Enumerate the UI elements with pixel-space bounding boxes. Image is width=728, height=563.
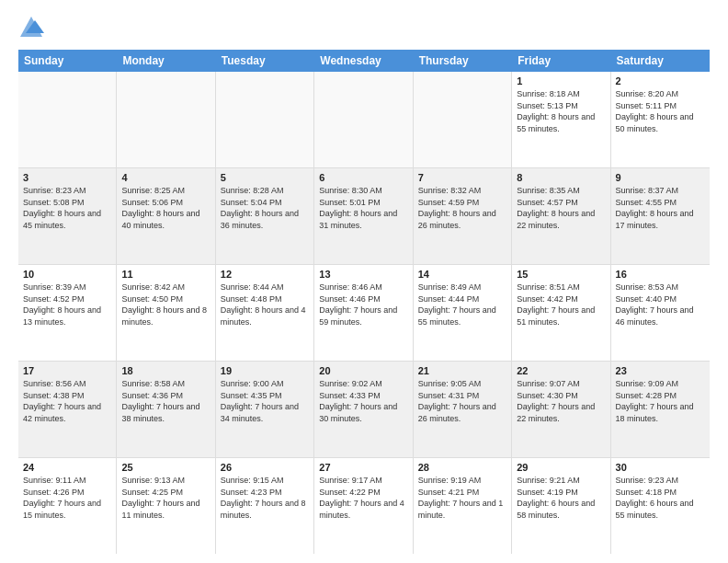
day-number: 12 bbox=[221, 269, 309, 280]
day-info: Sunrise: 8:32 AM Sunset: 4:59 PM Dayligh… bbox=[418, 185, 506, 231]
cal-week-4: 24Sunrise: 9:11 AM Sunset: 4:26 PM Dayli… bbox=[18, 458, 710, 554]
day-info: Sunrise: 9:11 AM Sunset: 4:26 PM Dayligh… bbox=[23, 475, 111, 521]
cal-header-sunday: Sunday bbox=[18, 50, 117, 72]
cal-cell-4-2: 26Sunrise: 9:15 AM Sunset: 4:23 PM Dayli… bbox=[216, 458, 314, 554]
cal-cell-1-6: 9Sunrise: 8:37 AM Sunset: 4:55 PM Daylig… bbox=[611, 168, 710, 264]
day-info: Sunrise: 8:28 AM Sunset: 5:04 PM Dayligh… bbox=[221, 185, 309, 231]
day-number: 21 bbox=[418, 365, 506, 376]
day-info: Sunrise: 8:42 AM Sunset: 4:50 PM Dayligh… bbox=[121, 282, 210, 327]
day-info: Sunrise: 9:13 AM Sunset: 4:25 PM Dayligh… bbox=[121, 475, 210, 521]
day-number: 4 bbox=[121, 172, 210, 183]
day-number: 30 bbox=[616, 462, 705, 473]
day-info: Sunrise: 8:37 AM Sunset: 4:55 PM Dayligh… bbox=[616, 185, 705, 231]
cal-cell-2-1: 11Sunrise: 8:42 AM Sunset: 4:50 PM Dayli… bbox=[117, 265, 215, 361]
cal-cell-2-6: 16Sunrise: 8:53 AM Sunset: 4:40 PM Dayli… bbox=[611, 265, 710, 361]
day-info: Sunrise: 8:23 AM Sunset: 5:08 PM Dayligh… bbox=[23, 185, 111, 231]
day-info: Sunrise: 8:44 AM Sunset: 4:48 PM Dayligh… bbox=[221, 282, 309, 327]
cal-header-monday: Monday bbox=[117, 50, 215, 72]
calendar: SundayMondayTuesdayWednesdayThursdayFrid… bbox=[18, 50, 710, 554]
day-number: 26 bbox=[221, 462, 309, 473]
calendar-header: SundayMondayTuesdayWednesdayThursdayFrid… bbox=[18, 50, 710, 72]
cal-cell-2-4: 14Sunrise: 8:49 AM Sunset: 4:44 PM Dayli… bbox=[414, 265, 512, 361]
cal-cell-4-1: 25Sunrise: 9:13 AM Sunset: 4:25 PM Dayli… bbox=[117, 458, 215, 554]
logo-icon bbox=[18, 15, 44, 40]
cal-cell-1-4: 7Sunrise: 8:32 AM Sunset: 4:59 PM Daylig… bbox=[414, 168, 512, 264]
day-info: Sunrise: 9:19 AM Sunset: 4:21 PM Dayligh… bbox=[418, 475, 506, 521]
day-info: Sunrise: 9:15 AM Sunset: 4:23 PM Dayligh… bbox=[221, 475, 309, 521]
day-info: Sunrise: 9:17 AM Sunset: 4:22 PM Dayligh… bbox=[319, 475, 407, 521]
cal-cell-1-3: 6Sunrise: 8:30 AM Sunset: 5:01 PM Daylig… bbox=[314, 168, 413, 264]
day-number: 23 bbox=[616, 365, 705, 376]
cal-header-wednesday: Wednesday bbox=[314, 50, 413, 72]
cal-cell-4-5: 29Sunrise: 9:21 AM Sunset: 4:19 PM Dayli… bbox=[512, 458, 610, 554]
day-info: Sunrise: 8:18 AM Sunset: 5:13 PM Dayligh… bbox=[517, 88, 605, 134]
day-info: Sunrise: 9:02 AM Sunset: 4:33 PM Dayligh… bbox=[319, 378, 407, 424]
cal-cell-0-2 bbox=[216, 72, 314, 167]
day-number: 8 bbox=[517, 172, 605, 183]
day-number: 1 bbox=[517, 75, 605, 86]
day-info: Sunrise: 9:09 AM Sunset: 4:28 PM Dayligh… bbox=[616, 378, 705, 424]
day-info: Sunrise: 8:49 AM Sunset: 4:44 PM Dayligh… bbox=[418, 282, 506, 327]
cal-cell-3-0: 17Sunrise: 8:56 AM Sunset: 4:38 PM Dayli… bbox=[18, 362, 117, 457]
cal-cell-2-0: 10Sunrise: 8:39 AM Sunset: 4:52 PM Dayli… bbox=[18, 265, 117, 361]
cal-cell-3-5: 22Sunrise: 9:07 AM Sunset: 4:30 PM Dayli… bbox=[512, 362, 610, 457]
cal-cell-1-0: 3Sunrise: 8:23 AM Sunset: 5:08 PM Daylig… bbox=[18, 168, 117, 264]
day-number: 16 bbox=[616, 269, 705, 280]
cal-cell-1-2: 5Sunrise: 8:28 AM Sunset: 5:04 PM Daylig… bbox=[216, 168, 314, 264]
cal-cell-4-4: 28Sunrise: 9:19 AM Sunset: 4:21 PM Dayli… bbox=[414, 458, 512, 554]
day-number: 13 bbox=[319, 269, 407, 280]
day-number: 22 bbox=[517, 365, 605, 376]
day-number: 29 bbox=[517, 462, 605, 473]
cal-header-thursday: Thursday bbox=[414, 50, 512, 72]
day-number: 25 bbox=[121, 462, 210, 473]
cal-week-2: 10Sunrise: 8:39 AM Sunset: 4:52 PM Dayli… bbox=[18, 265, 710, 362]
day-info: Sunrise: 9:00 AM Sunset: 4:35 PM Dayligh… bbox=[221, 378, 309, 424]
day-number: 19 bbox=[221, 365, 309, 376]
day-number: 24 bbox=[23, 462, 111, 473]
cal-cell-4-0: 24Sunrise: 9:11 AM Sunset: 4:26 PM Dayli… bbox=[18, 458, 117, 554]
header bbox=[18, 15, 710, 40]
day-info: Sunrise: 8:25 AM Sunset: 5:06 PM Dayligh… bbox=[121, 185, 210, 231]
day-info: Sunrise: 8:56 AM Sunset: 4:38 PM Dayligh… bbox=[23, 378, 111, 424]
calendar-body: 1Sunrise: 8:18 AM Sunset: 5:13 PM Daylig… bbox=[18, 72, 710, 554]
day-number: 15 bbox=[517, 269, 605, 280]
day-number: 17 bbox=[23, 365, 111, 376]
day-info: Sunrise: 8:20 AM Sunset: 5:11 PM Dayligh… bbox=[616, 88, 705, 134]
day-number: 3 bbox=[23, 172, 111, 183]
day-number: 20 bbox=[319, 365, 407, 376]
cal-header-friday: Friday bbox=[512, 50, 610, 72]
day-info: Sunrise: 8:46 AM Sunset: 4:46 PM Dayligh… bbox=[319, 282, 407, 327]
cal-week-0: 1Sunrise: 8:18 AM Sunset: 5:13 PM Daylig… bbox=[18, 72, 710, 168]
day-number: 7 bbox=[418, 172, 506, 183]
cal-cell-3-4: 21Sunrise: 9:05 AM Sunset: 4:31 PM Dayli… bbox=[414, 362, 512, 457]
day-number: 18 bbox=[121, 365, 210, 376]
day-number: 10 bbox=[23, 269, 111, 280]
page: SundayMondayTuesdayWednesdayThursdayFrid… bbox=[0, 0, 728, 563]
day-info: Sunrise: 8:58 AM Sunset: 4:36 PM Dayligh… bbox=[121, 378, 210, 424]
day-number: 6 bbox=[319, 172, 407, 183]
cal-cell-3-6: 23Sunrise: 9:09 AM Sunset: 4:28 PM Dayli… bbox=[611, 362, 710, 457]
cal-cell-3-3: 20Sunrise: 9:02 AM Sunset: 4:33 PM Dayli… bbox=[314, 362, 413, 457]
day-info: Sunrise: 8:53 AM Sunset: 4:40 PM Dayligh… bbox=[616, 282, 705, 327]
day-info: Sunrise: 9:07 AM Sunset: 4:30 PM Dayligh… bbox=[517, 378, 605, 424]
cal-cell-4-6: 30Sunrise: 9:23 AM Sunset: 4:18 PM Dayli… bbox=[611, 458, 710, 554]
day-info: Sunrise: 9:23 AM Sunset: 4:18 PM Dayligh… bbox=[616, 475, 705, 521]
day-number: 5 bbox=[221, 172, 309, 183]
day-number: 14 bbox=[418, 269, 506, 280]
cal-cell-3-2: 19Sunrise: 9:00 AM Sunset: 4:35 PM Dayli… bbox=[216, 362, 314, 457]
day-info: Sunrise: 8:51 AM Sunset: 4:42 PM Dayligh… bbox=[517, 282, 605, 327]
day-info: Sunrise: 9:21 AM Sunset: 4:19 PM Dayligh… bbox=[517, 475, 605, 521]
day-info: Sunrise: 8:35 AM Sunset: 4:57 PM Dayligh… bbox=[517, 185, 605, 231]
cal-header-tuesday: Tuesday bbox=[216, 50, 314, 72]
day-number: 28 bbox=[418, 462, 506, 473]
cal-cell-2-5: 15Sunrise: 8:51 AM Sunset: 4:42 PM Dayli… bbox=[512, 265, 610, 361]
day-info: Sunrise: 9:05 AM Sunset: 4:31 PM Dayligh… bbox=[418, 378, 506, 424]
cal-cell-1-5: 8Sunrise: 8:35 AM Sunset: 4:57 PM Daylig… bbox=[512, 168, 610, 264]
cal-cell-1-1: 4Sunrise: 8:25 AM Sunset: 5:06 PM Daylig… bbox=[117, 168, 215, 264]
day-info: Sunrise: 8:39 AM Sunset: 4:52 PM Dayligh… bbox=[23, 282, 111, 327]
cal-cell-0-3 bbox=[314, 72, 413, 167]
cal-cell-0-1 bbox=[117, 72, 215, 167]
cal-cell-0-6: 2Sunrise: 8:20 AM Sunset: 5:11 PM Daylig… bbox=[611, 72, 710, 167]
day-number: 11 bbox=[121, 269, 210, 280]
cal-cell-4-3: 27Sunrise: 9:17 AM Sunset: 4:22 PM Dayli… bbox=[314, 458, 413, 554]
